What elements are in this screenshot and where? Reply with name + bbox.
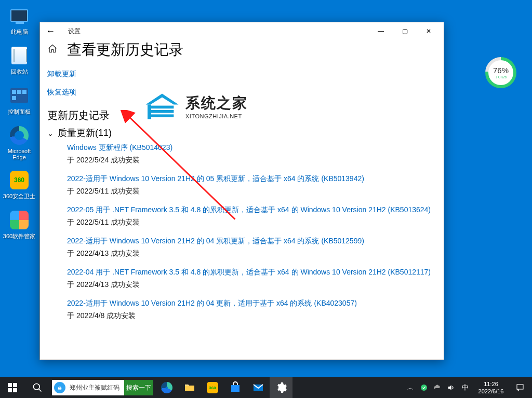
tray-notifications-icon[interactable]: [510, 377, 530, 398]
chevron-down-icon: ⌄: [47, 129, 54, 138]
update-link[interactable]: Windows 更新程序 (KB5014023): [67, 143, 436, 153]
gear-icon: [275, 381, 287, 394]
update-meta: 于 2022/5/24 成功安装: [67, 156, 436, 165]
net-speed-gauge[interactable]: 76% ↓ 0K/s: [485, 57, 516, 88]
taskbar-app-explorer[interactable]: [178, 377, 201, 398]
expander-quality-updates[interactable]: ⌄ 质量更新(11): [47, 127, 436, 139]
svg-rect-11: [517, 385, 523, 389]
desktop-icon-label: 回收站: [11, 68, 28, 76]
svg-rect-8: [231, 385, 240, 392]
tray-time: 11:26: [484, 380, 498, 388]
svg-point-10: [421, 385, 427, 391]
desktop-icon-label: 360安全卫士: [3, 193, 35, 200]
settings-window: ← 设置 — ▢ ✕ 查看更新历史记录 卸载更新 恢复选项 系统之家 XITON…: [39, 22, 444, 360]
desktop-icon-label: 此电脑: [11, 28, 28, 36]
desktop-icon-label: 360软件管家: [3, 232, 35, 240]
ie-icon: e: [54, 382, 65, 393]
minimize-button[interactable]: —: [369, 23, 393, 39]
search-button[interactable]: 搜索一下: [124, 380, 153, 395]
start-button[interactable]: [0, 377, 25, 398]
search-icon: [32, 382, 43, 393]
update-link[interactable]: 2022-适用于 Windows 10 Version 21H2 的 05 累积…: [67, 174, 436, 184]
taskbar-app-store[interactable]: [224, 377, 247, 398]
tray-clock[interactable]: 11:26 2022/6/16: [473, 380, 509, 395]
windows-icon: [8, 383, 17, 392]
taskbar-app-settings[interactable]: [270, 377, 292, 398]
gauge-value: 76%: [493, 66, 509, 75]
search-icon-button[interactable]: [25, 377, 50, 398]
taskbar-app-360[interactable]: 360: [201, 377, 224, 398]
update-item: 2022-适用于 Windows 10 Version 21H2 的 04 更新…: [67, 299, 436, 321]
window-titlebar[interactable]: ← 设置 — ▢ ✕: [40, 22, 444, 40]
update-list: Windows 更新程序 (KB5014023) 于 2022/5/24 成功安…: [47, 143, 436, 321]
taskbar-app-edge[interactable]: [155, 377, 178, 398]
desktop-icon-edge[interactable]: Microsoft Edge: [3, 125, 36, 160]
desktop-icon-recycle-bin[interactable]: 回收站: [3, 45, 36, 76]
pc-icon: [9, 5, 30, 26]
safe360-icon: 360: [9, 170, 30, 190]
svg-point-6: [34, 384, 40, 390]
folder-icon: [183, 381, 196, 394]
window-content: 查看更新历史记录 卸载更新 恢复选项 系统之家 XITONGZHIJIA.NET…: [40, 40, 444, 360]
back-button[interactable]: ←: [43, 26, 58, 37]
safe360-icon: 360: [207, 382, 218, 393]
close-button[interactable]: ✕: [417, 23, 441, 39]
store-icon: [229, 381, 242, 394]
tray-volume-icon[interactable]: [445, 377, 457, 398]
update-meta: 于 2022/4/13 成功安装: [67, 249, 436, 258]
update-meta: 于 2022/5/11 成功安装: [67, 187, 436, 196]
update-item: 2022-04 用于 .NET Framework 3.5 和 4.8 的累积更…: [67, 268, 436, 290]
update-item: 2022-适用于 Windows 10 Version 21H2 的 05 累积…: [67, 174, 436, 196]
svg-line-7: [39, 389, 42, 392]
tray-chevron-up-icon[interactable]: ︿: [404, 377, 417, 398]
update-meta: 于 2022/4/8 成功安装: [67, 311, 436, 321]
mail-icon: [252, 381, 264, 394]
edge-icon: [9, 125, 30, 146]
tray-onedrive-icon[interactable]: [431, 377, 444, 398]
desktop-icon-this-pc[interactable]: 此电脑: [3, 5, 36, 36]
search-placeholder: 郑州业主被赋红码: [68, 383, 124, 392]
taskbar-search-box[interactable]: e 郑州业主被赋红码 搜索一下: [52, 380, 153, 395]
section-title: 更新历史记录: [47, 108, 436, 122]
taskbar: e 郑州业主被赋红码 搜索一下 360 ︿ 中 11:26 2022/6/16: [0, 377, 532, 398]
update-item: 2022-05 用于 .NET Framework 3.5 和 4.8 的累积更…: [67, 205, 436, 227]
desktop-icons: 此电脑 回收站 控制面板 Microsoft Edge 360 360安全卫士 …: [1, 5, 37, 240]
recycle-bin-icon: [9, 45, 30, 66]
update-link[interactable]: 2022-适用于 Windows 10 Version 21H2 的 04 更新…: [67, 299, 436, 308]
page-title: 查看更新历史记录: [67, 40, 183, 60]
link-uninstall-updates[interactable]: 卸载更新: [47, 70, 76, 78]
desktop-icon-360-safe[interactable]: 360 360安全卫士: [3, 170, 36, 200]
window-title: 设置: [68, 27, 81, 36]
update-meta: 于 2022/4/13 成功安装: [67, 280, 436, 290]
tray-safety-icon[interactable]: [418, 377, 430, 398]
update-item: 2022-适用于 Windows 10 Version 21H2 的 04 累积…: [67, 237, 436, 258]
tray-date: 2022/6/16: [478, 388, 504, 395]
soft360-icon: [9, 210, 30, 230]
desktop-icon-360-software[interactable]: 360软件管家: [3, 210, 36, 240]
update-link[interactable]: 2022-适用于 Windows 10 Version 21H2 的 04 累积…: [67, 237, 436, 246]
desktop-icon-label: Microsoft Edge: [3, 148, 36, 160]
system-tray: ︿ 中 11:26 2022/6/16: [404, 377, 532, 398]
control-panel-icon: [9, 85, 30, 106]
expander-label: 质量更新(11): [58, 127, 112, 139]
update-item: Windows 更新程序 (KB5014023) 于 2022/5/24 成功安…: [67, 143, 436, 165]
link-recovery-options[interactable]: 恢复选项: [47, 88, 76, 96]
edge-icon: [161, 382, 172, 393]
desktop-icon-label: 控制面板: [8, 108, 31, 116]
home-icon[interactable]: [47, 44, 58, 57]
tray-ime[interactable]: 中: [458, 377, 472, 398]
update-link[interactable]: 2022-05 用于 .NET Framework 3.5 和 4.8 的累积更…: [67, 205, 436, 215]
maximize-button[interactable]: ▢: [393, 23, 417, 39]
update-meta: 于 2022/5/11 成功安装: [67, 218, 436, 227]
desktop-icon-control-panel[interactable]: 控制面板: [3, 85, 36, 116]
update-link[interactable]: 2022-04 用于 .NET Framework 3.5 和 4.8 的累积更…: [67, 268, 436, 277]
taskbar-app-mail[interactable]: [247, 377, 270, 398]
gauge-sub: ↓ 0K/s: [495, 75, 507, 79]
